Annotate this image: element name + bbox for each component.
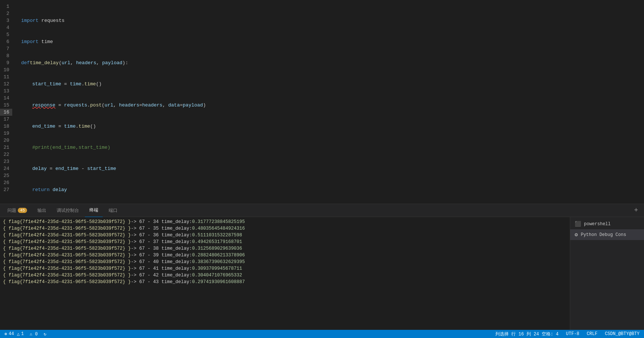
output-line-3: { flag{7f1e42f4-235d-4231-96f5-5823b039f… xyxy=(3,232,567,239)
output-line-10: { flag{7f1e42f4-235d-4231-96f5-5823b039f… xyxy=(3,279,567,285)
code-line-7: #print(end_time,start_time) xyxy=(20,144,644,151)
output-line-7: { flag{7f1e42f4-235d-4231-96f5-5823b039f… xyxy=(3,259,567,265)
status-user[interactable]: CSDN_@BTY@BTY xyxy=(603,330,641,338)
python-debug-icon: ⚙ xyxy=(575,232,578,238)
add-panel-button[interactable]: + xyxy=(631,204,641,217)
status-selection[interactable]: 列选择 行 16 列 24 空格: 4 xyxy=(494,330,560,338)
tab-debug-label: 调试控制台 xyxy=(57,207,79,214)
output-line-9: { flag{7f1e42f4-235d-4231-96f5-5823b039f… xyxy=(3,272,567,279)
powershell-icon: ⬛ xyxy=(575,221,581,227)
right-panel-tabs: ⬛ powershell ⚙ Python Debug Cons xyxy=(570,217,644,330)
tab-terminal-label: 终端 xyxy=(89,207,98,213)
status-encoding[interactable]: UTF-8 xyxy=(565,330,581,338)
terminal-output[interactable]: { flag{7f1e42f4-235d-4231-96f5-5823b039f… xyxy=(0,217,570,330)
encoding-text: UTF-8 xyxy=(566,331,579,337)
selection-text: 列选择 行 16 列 24 空格: 4 xyxy=(495,331,558,337)
problems-badge: 45 xyxy=(18,208,27,213)
status-watch[interactable]: ⚠ 0 xyxy=(28,330,39,338)
python-debug-label: Python Debug Cons xyxy=(581,232,626,237)
errors-icon: ⊗ xyxy=(4,331,7,337)
warnings-icon: △ xyxy=(17,331,20,337)
sync-icon: ↻ xyxy=(44,331,46,337)
status-sync[interactable]: ↻ xyxy=(42,330,48,338)
output-line-1: { flag{7f1e42f4-235d-4231-96f5-5823b039f… xyxy=(3,219,567,225)
code-line-5: response = requests.post(url, headers=he… xyxy=(20,102,644,109)
powershell-label: powershell xyxy=(584,221,611,227)
code-line-2: import time xyxy=(20,38,644,45)
bottom-panel: 问题 45 输出 调试控制台 终端 端口 + { flag{7f1e42f4-2… xyxy=(0,204,644,330)
status-bar-right: 列选择 行 16 列 24 空格: 4 UTF-8 CRLF CSDN_@BTY… xyxy=(494,330,641,338)
status-bar: ⊗ 44 △ 1 ⚠ 0 ↻ 列选择 行 16 列 24 空格: 4 UTF-8… xyxy=(0,330,644,338)
line-numbers: 1 2 3 4 5 6 7 8 9 10 11 12 13 14 15 16 1… xyxy=(0,0,17,204)
tab-problems[interactable]: 问题 45 xyxy=(3,204,32,217)
code-content[interactable]: import requests import time def time_del… xyxy=(17,0,644,204)
right-panel-powershell[interactable]: ⬛ powershell xyxy=(570,219,644,229)
tab-output-label: 输出 xyxy=(37,207,46,214)
status-errors[interactable]: ⊗ 44 △ 1 xyxy=(3,330,25,338)
code-line-3: def time_delay(url, headers, payload): xyxy=(20,59,644,66)
tab-problems-label: 问题 xyxy=(7,207,16,214)
panel-tabs: 问题 45 输出 调试控制台 终端 端口 + xyxy=(0,204,644,217)
output-line-5: { flag{7f1e42f4-235d-4231-96f5-5823b039f… xyxy=(3,245,567,252)
code-line-1: import requests xyxy=(20,17,644,24)
right-panel-python-debug[interactable]: ⚙ Python Debug Cons xyxy=(570,229,644,240)
status-bar-left: ⊗ 44 △ 1 ⚠ 0 ↻ xyxy=(3,330,48,338)
output-line-8: { flag{7f1e42f4-235d-4231-96f5-5823b039f… xyxy=(3,265,567,272)
code-line-4: start_time = time.time() xyxy=(20,81,644,88)
status-eol[interactable]: CRLF xyxy=(585,330,599,338)
tab-debug-console[interactable]: 调试控制台 xyxy=(52,204,83,217)
editor-area: 1 2 3 4 5 6 7 8 9 10 11 12 13 14 15 16 1… xyxy=(0,0,644,204)
code-line-8: delay = end_time - start_time xyxy=(20,165,644,172)
output-line-2: { flag{7f1e42f4-235d-4231-96f5-5823b039f… xyxy=(3,225,567,232)
tab-ports[interactable]: 端口 xyxy=(104,204,122,217)
panel-content: { flag{7f1e42f4-235d-4231-96f5-5823b039f… xyxy=(0,217,644,330)
errors-count: 44 xyxy=(9,331,14,337)
code-line-9: return delay xyxy=(20,186,644,193)
tab-terminal[interactable]: 终端 xyxy=(85,204,103,217)
code-line-6: end_time = time.time() xyxy=(20,123,644,130)
warnings-count: 1 xyxy=(21,331,24,337)
tab-output[interactable]: 输出 xyxy=(33,204,51,217)
user-text: CSDN_@BTY@BTY xyxy=(605,331,640,337)
output-line-6: { flag{7f1e42f4-235d-4231-96f5-5823b039f… xyxy=(3,252,567,259)
eol-text: CRLF xyxy=(587,331,598,337)
tab-ports-label: 端口 xyxy=(109,207,118,214)
watch-icon: ⚠ 0 xyxy=(30,331,38,337)
output-line-4: { flag{7f1e42f4-235d-4231-96f5-5823b039f… xyxy=(3,239,567,245)
